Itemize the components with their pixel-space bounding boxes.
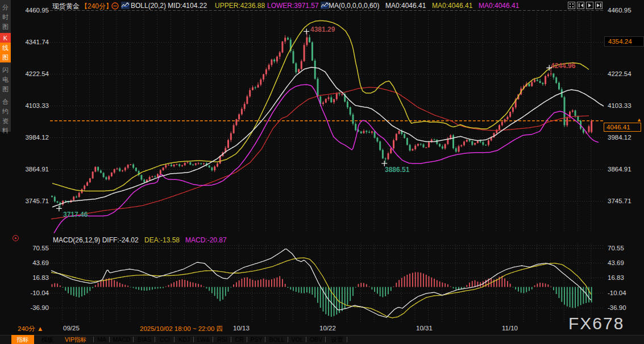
svg-text:3717.46: 3717.46: [63, 211, 88, 219]
svg-text:4381.29: 4381.29: [310, 26, 335, 33]
svg-text:4244.96: 4244.96: [551, 62, 576, 70]
svg-text:3886.51: 3886.51: [385, 166, 410, 174]
